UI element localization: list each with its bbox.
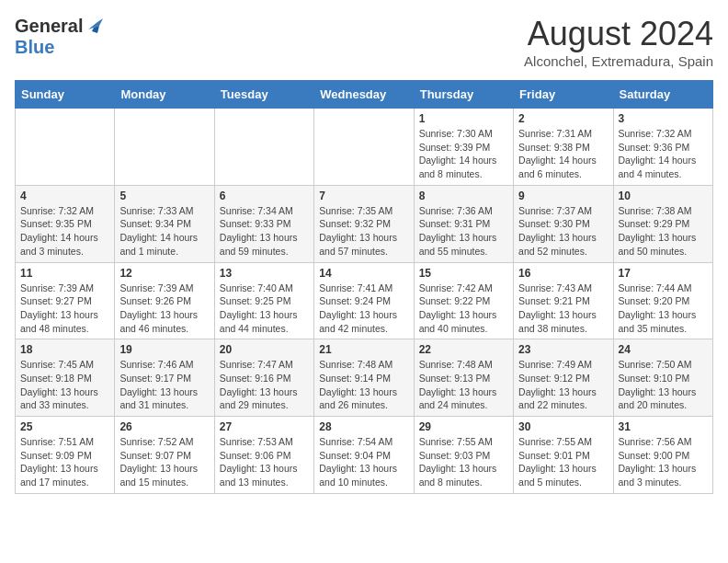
weekday-header-wednesday: Wednesday (314, 81, 414, 109)
calendar-cell: 3Sunrise: 7:32 AM Sunset: 9:36 PM Daylig… (613, 109, 712, 186)
day-info: Sunrise: 7:54 AM Sunset: 9:04 PM Dayligh… (319, 435, 408, 489)
day-number: 16 (518, 267, 608, 280)
calendar-cell: 28Sunrise: 7:54 AM Sunset: 9:04 PM Dayli… (314, 417, 414, 494)
calendar-cell: 24Sunrise: 7:50 AM Sunset: 9:10 PM Dayli… (613, 339, 712, 417)
calendar-cell (16, 109, 115, 186)
calendar-table: SundayMondayTuesdayWednesdayThursdayFrid… (15, 80, 713, 494)
day-number: 5 (119, 190, 209, 202)
title-area: August 2024 Alconchel, Extremadura, Spai… (524, 15, 713, 69)
calendar-cell: 31Sunrise: 7:56 AM Sunset: 9:00 PM Dayli… (613, 417, 712, 494)
calendar-cell: 17Sunrise: 7:44 AM Sunset: 9:20 PM Dayli… (613, 262, 712, 339)
calendar-cell: 6Sunrise: 7:34 AM Sunset: 9:33 PM Daylig… (214, 185, 313, 262)
day-info: Sunrise: 7:32 AM Sunset: 9:35 PM Dayligh… (20, 204, 109, 259)
calendar-week-4: 18Sunrise: 7:45 AM Sunset: 9:18 PM Dayli… (16, 339, 713, 417)
day-number: 29 (419, 420, 508, 433)
calendar-cell: 29Sunrise: 7:55 AM Sunset: 9:03 PM Dayli… (414, 417, 513, 494)
day-info: Sunrise: 7:45 AM Sunset: 9:18 PM Dayligh… (20, 358, 109, 412)
weekday-header-thursday: Thursday (414, 81, 513, 109)
day-info: Sunrise: 7:48 AM Sunset: 9:14 PM Dayligh… (319, 358, 408, 412)
calendar-cell: 13Sunrise: 7:40 AM Sunset: 9:25 PM Dayli… (214, 262, 313, 339)
day-number: 14 (319, 267, 408, 280)
day-info: Sunrise: 7:43 AM Sunset: 9:21 PM Dayligh… (518, 282, 608, 336)
calendar-cell: 21Sunrise: 7:48 AM Sunset: 9:14 PM Dayli… (314, 339, 414, 417)
calendar-cell (314, 109, 414, 186)
day-info: Sunrise: 7:48 AM Sunset: 9:13 PM Dayligh… (419, 358, 508, 412)
day-number: 30 (518, 420, 608, 433)
day-info: Sunrise: 7:36 AM Sunset: 9:31 PM Dayligh… (419, 204, 508, 259)
day-number: 11 (20, 267, 109, 280)
day-info: Sunrise: 7:35 AM Sunset: 9:32 PM Dayligh… (319, 204, 408, 259)
day-info: Sunrise: 7:52 AM Sunset: 9:07 PM Dayligh… (119, 435, 209, 489)
day-info: Sunrise: 7:55 AM Sunset: 9:01 PM Dayligh… (518, 435, 608, 489)
calendar-cell: 18Sunrise: 7:45 AM Sunset: 9:18 PM Dayli… (16, 339, 115, 417)
logo: General Blue (15, 15, 107, 57)
day-number: 15 (419, 267, 508, 280)
day-info: Sunrise: 7:39 AM Sunset: 9:26 PM Dayligh… (119, 282, 209, 336)
day-number: 8 (419, 190, 508, 202)
calendar-cell: 27Sunrise: 7:53 AM Sunset: 9:06 PM Dayli… (214, 417, 313, 494)
calendar-week-3: 11Sunrise: 7:39 AM Sunset: 9:27 PM Dayli… (16, 262, 713, 339)
day-info: Sunrise: 7:50 AM Sunset: 9:10 PM Dayligh… (619, 358, 708, 412)
calendar-cell: 11Sunrise: 7:39 AM Sunset: 9:27 PM Dayli… (16, 262, 115, 339)
day-number: 20 (220, 343, 309, 356)
day-number: 31 (619, 420, 708, 433)
calendar-cell: 16Sunrise: 7:43 AM Sunset: 9:21 PM Dayli… (514, 262, 613, 339)
day-number: 3 (619, 112, 708, 125)
day-info: Sunrise: 7:34 AM Sunset: 9:33 PM Dayligh… (220, 204, 309, 259)
day-info: Sunrise: 7:30 AM Sunset: 9:39 PM Dayligh… (419, 127, 508, 181)
location: Alconchel, Extremadura, Spain (524, 53, 713, 69)
day-number: 13 (220, 267, 309, 280)
day-number: 18 (20, 343, 109, 356)
weekday-header-row: SundayMondayTuesdayWednesdayThursdayFrid… (16, 81, 713, 109)
day-number: 26 (119, 420, 209, 433)
weekday-header-sunday: Sunday (16, 81, 115, 109)
calendar-cell: 26Sunrise: 7:52 AM Sunset: 9:07 PM Dayli… (115, 417, 214, 494)
day-number: 22 (419, 343, 508, 356)
day-info: Sunrise: 7:31 AM Sunset: 9:38 PM Dayligh… (518, 127, 608, 181)
day-info: Sunrise: 7:38 AM Sunset: 9:29 PM Dayligh… (619, 204, 708, 259)
day-info: Sunrise: 7:46 AM Sunset: 9:17 PM Dayligh… (119, 358, 209, 412)
month-year: August 2024 (524, 15, 713, 53)
day-info: Sunrise: 7:51 AM Sunset: 9:09 PM Dayligh… (20, 435, 109, 489)
calendar-cell (214, 109, 313, 186)
weekday-header-friday: Friday (514, 81, 613, 109)
day-info: Sunrise: 7:44 AM Sunset: 9:20 PM Dayligh… (619, 282, 708, 336)
day-number: 28 (319, 420, 408, 433)
day-info: Sunrise: 7:56 AM Sunset: 9:00 PM Dayligh… (619, 435, 708, 489)
calendar-week-5: 25Sunrise: 7:51 AM Sunset: 9:09 PM Dayli… (16, 417, 713, 494)
calendar-cell: 8Sunrise: 7:36 AM Sunset: 9:31 PM Daylig… (414, 185, 513, 262)
day-number: 21 (319, 343, 408, 356)
day-info: Sunrise: 7:32 AM Sunset: 9:36 PM Dayligh… (619, 127, 708, 181)
calendar-cell: 9Sunrise: 7:37 AM Sunset: 9:30 PM Daylig… (514, 185, 613, 262)
day-info: Sunrise: 7:47 AM Sunset: 9:16 PM Dayligh… (220, 358, 309, 412)
weekday-header-saturday: Saturday (613, 81, 712, 109)
day-number: 17 (619, 267, 708, 280)
day-info: Sunrise: 7:55 AM Sunset: 9:03 PM Dayligh… (419, 435, 508, 489)
calendar-cell (115, 109, 214, 186)
day-info: Sunrise: 7:41 AM Sunset: 9:24 PM Dayligh… (319, 282, 408, 336)
calendar-cell: 23Sunrise: 7:49 AM Sunset: 9:12 PM Dayli… (514, 339, 613, 417)
day-info: Sunrise: 7:39 AM Sunset: 9:27 PM Dayligh… (20, 282, 109, 336)
day-number: 7 (319, 190, 408, 202)
day-number: 12 (119, 267, 209, 280)
logo-bird-icon (85, 15, 107, 37)
calendar-week-1: 1Sunrise: 7:30 AM Sunset: 9:39 PM Daylig… (16, 109, 713, 186)
logo-general-text: General (15, 16, 83, 36)
day-info: Sunrise: 7:49 AM Sunset: 9:12 PM Dayligh… (518, 358, 608, 412)
day-number: 23 (518, 343, 608, 356)
calendar-cell: 22Sunrise: 7:48 AM Sunset: 9:13 PM Dayli… (414, 339, 513, 417)
calendar-cell: 15Sunrise: 7:42 AM Sunset: 9:22 PM Dayli… (414, 262, 513, 339)
day-number: 4 (20, 190, 109, 202)
day-number: 6 (220, 190, 309, 202)
day-info: Sunrise: 7:40 AM Sunset: 9:25 PM Dayligh… (220, 282, 309, 336)
calendar-cell: 7Sunrise: 7:35 AM Sunset: 9:32 PM Daylig… (314, 185, 414, 262)
calendar-cell: 14Sunrise: 7:41 AM Sunset: 9:24 PM Dayli… (314, 262, 414, 339)
calendar-cell: 19Sunrise: 7:46 AM Sunset: 9:17 PM Dayli… (115, 339, 214, 417)
weekday-header-tuesday: Tuesday (214, 81, 313, 109)
calendar-cell: 2Sunrise: 7:31 AM Sunset: 9:38 PM Daylig… (514, 109, 613, 186)
day-number: 9 (518, 190, 608, 202)
header: General Blue August 2024 Alconchel, Extr… (15, 15, 713, 69)
calendar-week-2: 4Sunrise: 7:32 AM Sunset: 9:35 PM Daylig… (16, 185, 713, 262)
calendar-cell: 25Sunrise: 7:51 AM Sunset: 9:09 PM Dayli… (16, 417, 115, 494)
calendar-cell: 20Sunrise: 7:47 AM Sunset: 9:16 PM Dayli… (214, 339, 313, 417)
